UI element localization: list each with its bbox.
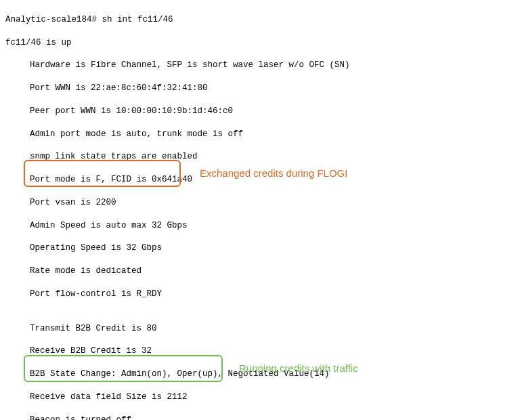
output-line: Admin port mode is auto, trunk mode is o…	[5, 129, 515, 140]
output-line: Peer port WWN is 10:00:00:10:9b:1d:46:c0	[5, 106, 515, 117]
output-line: Port vsan is 2200	[5, 197, 515, 209]
prompt-line: Analytic-scale184# sh int fc11/46	[5, 14, 515, 26]
output-line: Operating Speed is 32 Gbps	[5, 243, 515, 254]
rx-credit-line: Receive B2B Credit is 32	[5, 345, 515, 357]
tx-credit-line: Transmit B2B Credit is 80	[5, 323, 515, 335]
output-line: Admin Speed is auto max 32 Gbps	[5, 220, 515, 232]
output-line: snmp link state traps are enabled	[5, 151, 515, 163]
output-line: Rate mode is dedicated	[5, 266, 515, 277]
output-line: Port flow-control is R_RDY	[5, 289, 515, 300]
output-line: Hardware is Fibre Channel, SFP is short …	[5, 60, 515, 71]
annotation-flogi: Exchanged credits during FLOGI	[200, 167, 347, 180]
annotation-running: Running credits with traffic	[239, 362, 358, 375]
output-line: Beacon is turned off	[5, 415, 515, 421]
output-line: Port WWN is 22:ae:8c:60:4f:32:41:80	[5, 83, 515, 94]
terminal-output: Analytic-scale184# sh int fc11/46 fc11/4…	[0, 0, 520, 420]
output-line: Receive data field Size is 2112	[5, 392, 515, 403]
status-line: fc11/46 is up	[5, 37, 515, 49]
